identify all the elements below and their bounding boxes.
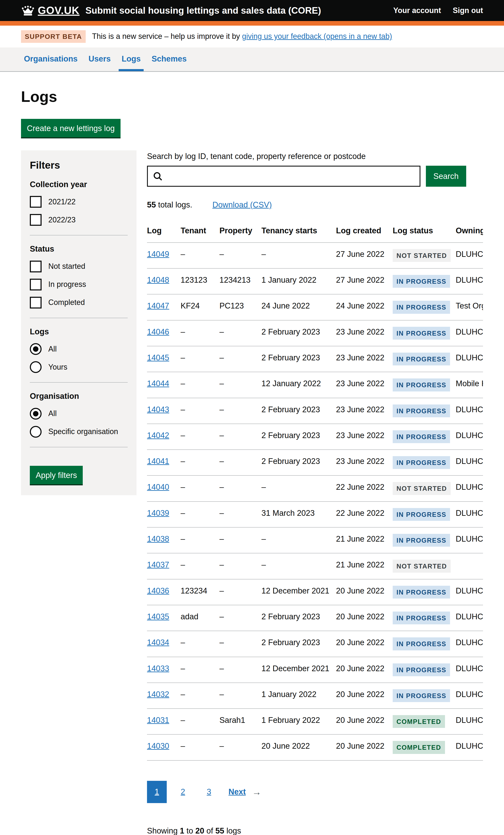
cell-log: 14044 [147, 372, 181, 398]
cell-property: – [219, 372, 261, 398]
cell-property: Sarah1 [219, 709, 261, 734]
log-link[interactable]: 14048 [147, 276, 169, 284]
radio-yours[interactable]: Yours [30, 361, 128, 373]
option-label: Completed [48, 298, 85, 307]
cell-log: 14039 [147, 502, 181, 527]
cell-log-created: 23 June 2022 [336, 320, 393, 346]
cell-owning-organisation: DLUHC Te [456, 709, 483, 734]
cell-property: – [219, 734, 261, 760]
status-badge: IN PROGRESS [393, 405, 450, 417]
cell-log-created: 27 June 2022 [336, 243, 393, 268]
radio-control[interactable] [30, 408, 42, 420]
page-3[interactable]: 3 [199, 781, 219, 803]
log-link[interactable]: 14047 [147, 301, 169, 310]
log-link[interactable]: 14042 [147, 431, 169, 440]
cell-log-created: 22 June 2022 [336, 475, 393, 501]
checkbox-control[interactable] [30, 279, 42, 290]
nav-item-users[interactable]: Users [86, 47, 114, 71]
total-logs-label: total logs. [156, 200, 192, 209]
logs-table-wrap: LogTenantPropertyTenancy startsLog creat… [147, 219, 483, 760]
header-link-your-account[interactable]: Your account [393, 6, 441, 16]
page-1[interactable]: 1 [147, 781, 167, 803]
log-link[interactable]: 14046 [147, 327, 169, 336]
checkbox-control[interactable] [30, 196, 42, 208]
radio-all[interactable]: All [30, 343, 128, 355]
radio-specific-organisation[interactable]: Specific organisation [30, 426, 128, 437]
log-link[interactable]: 14036 [147, 586, 169, 595]
beta-tag: SUPPORT BETA [21, 30, 86, 43]
log-link[interactable]: 14038 [147, 534, 169, 543]
cell-tenancy-starts: 1 January 2022 [261, 268, 336, 294]
cell-log-status: IN PROGRESS [393, 424, 456, 450]
apply-filters-button[interactable]: Apply filters [30, 466, 83, 484]
feedback-link[interactable]: giving us your feedback (opens in a new … [242, 32, 392, 41]
cell-property: – [219, 683, 261, 709]
cell-property: – [219, 553, 261, 579]
cell-owning-organisation: DLUHC [456, 475, 483, 501]
nav-item-schemes[interactable]: Schemes [149, 47, 189, 71]
total-logs-text: 55 total logs. [147, 200, 193, 210]
page-2[interactable]: 2 [173, 781, 193, 803]
cell-log-status: NOT STARTED [393, 553, 456, 579]
cell-tenant: – [181, 243, 219, 268]
cell-tenancy-starts: 12 December 2021 [261, 579, 336, 605]
radio-control[interactable] [30, 343, 42, 355]
search-input[interactable] [147, 166, 420, 187]
log-link[interactable]: 14043 [147, 405, 169, 414]
checkbox-not-started[interactable]: Not started [30, 261, 128, 272]
table-row: 14033––12 December 202120 June 2022IN PR… [147, 657, 483, 683]
next-page-link[interactable]: Next [228, 787, 246, 797]
log-link[interactable]: 14035 [147, 612, 169, 621]
log-link[interactable]: 14037 [147, 560, 169, 569]
checkbox-completed[interactable]: Completed [30, 297, 128, 308]
govuk-logo-link[interactable]: GOV.UK [21, 4, 80, 17]
log-link[interactable]: 14044 [147, 379, 169, 388]
checkbox-control[interactable] [30, 214, 42, 226]
cell-property: – [219, 320, 261, 346]
checkbox-2022-23[interactable]: 2022/23 [30, 214, 128, 226]
column-header-property: Property [219, 219, 261, 242]
service-name[interactable]: Submit social housing lettings and sales… [85, 4, 321, 16]
radio-all[interactable]: All [30, 408, 128, 420]
table-row: 14036123234–12 December 202120 June 2022… [147, 579, 483, 605]
cell-tenant: – [181, 450, 219, 475]
log-link[interactable]: 14041 [147, 457, 169, 466]
cell-log-created: 22 June 2022 [336, 502, 393, 527]
log-link[interactable]: 14045 [147, 353, 169, 362]
download-csv-link[interactable]: Download (CSV) [213, 200, 272, 210]
cell-log: 14031 [147, 709, 181, 734]
header-link-sign-out[interactable]: Sign out [453, 6, 483, 16]
status-badge: IN PROGRESS [393, 586, 450, 598]
log-link[interactable]: 14039 [147, 509, 169, 517]
cell-tenant: – [181, 657, 219, 683]
showing-to: 20 [195, 827, 204, 835]
filter-group-collection-year: Collection year2021/222022/23 [30, 179, 128, 226]
checkbox-control[interactable] [30, 261, 42, 272]
cell-owning-organisation: Test Organ [456, 294, 483, 320]
showing-mid: to [184, 827, 195, 835]
log-link[interactable]: 14032 [147, 690, 169, 699]
cell-tenant: – [181, 683, 219, 709]
log-link[interactable]: 14033 [147, 664, 169, 673]
checkbox-in-progress[interactable]: In progress [30, 279, 128, 290]
radio-control[interactable] [30, 426, 42, 437]
column-header-owning-organisation: Owning organisation [456, 219, 483, 242]
log-link[interactable]: 14030 [147, 741, 169, 750]
cell-tenancy-starts: 20 June 2022 [261, 734, 336, 760]
radio-control[interactable] [30, 361, 42, 373]
cell-owning-organisation: DLUHC [456, 527, 483, 553]
table-row: 14047KF24PC12324 June 202224 June 2022IN… [147, 294, 483, 320]
log-link[interactable]: 14040 [147, 483, 169, 491]
log-link[interactable]: 14031 [147, 716, 169, 725]
search-icon [153, 171, 163, 184]
checkbox-control[interactable] [30, 297, 42, 308]
log-link[interactable]: 14034 [147, 638, 169, 647]
search-button[interactable]: Search [426, 166, 466, 187]
log-link[interactable]: 14049 [147, 250, 169, 259]
nav-item-organisations[interactable]: Organisations [21, 47, 81, 71]
cell-log: 14030 [147, 734, 181, 760]
create-lettings-log-button[interactable]: Create a new lettings log [21, 119, 121, 137]
cell-log-status: IN PROGRESS [393, 527, 456, 553]
nav-item-logs[interactable]: Logs [119, 47, 144, 71]
checkbox-2021-22[interactable]: 2021/22 [30, 196, 128, 208]
